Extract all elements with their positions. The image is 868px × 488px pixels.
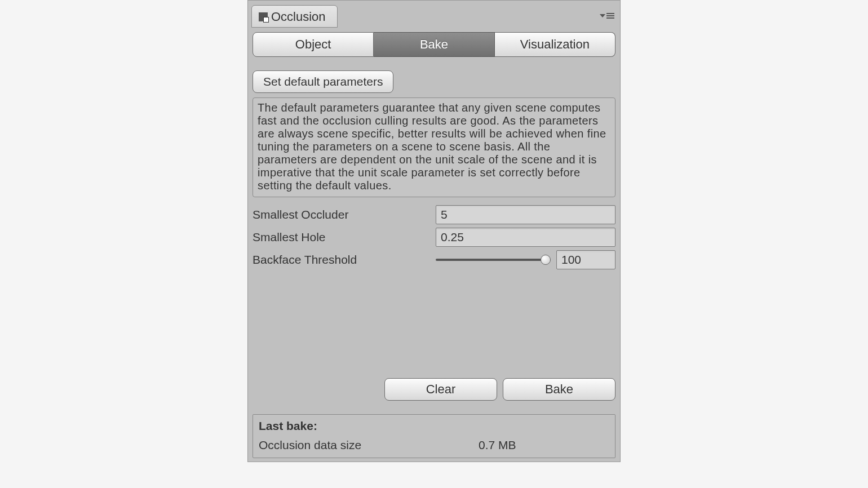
set-default-parameters-button[interactable]: Set default parameters xyxy=(253,70,393,93)
tab-object[interactable]: Object xyxy=(253,32,374,57)
occlusion-icon xyxy=(259,12,268,21)
bake-button[interactable]: Bake xyxy=(503,378,615,401)
panel-tab-strip: Occlusion xyxy=(248,1,620,28)
field-backface-threshold: Backface Threshold xyxy=(253,250,615,269)
last-bake-title: Last bake: xyxy=(259,419,609,433)
status-value: 0.7 MB xyxy=(479,438,516,452)
field-smallest-occluder: Smallest Occluder xyxy=(253,205,615,224)
panel-title: Occlusion xyxy=(271,10,326,24)
tab-bake[interactable]: Bake xyxy=(374,32,494,57)
action-row: Clear Bake xyxy=(253,378,615,401)
occlusion-panel: Occlusion Object Bake Visualization Set … xyxy=(247,0,621,462)
smallest-hole-label: Smallest Hole xyxy=(253,230,430,244)
panel-tab-occlusion[interactable]: Occlusion xyxy=(251,5,338,28)
last-bake-status: Last bake: Occlusion data size 0.7 MB xyxy=(253,414,615,458)
status-row: Occlusion data size 0.7 MB xyxy=(259,438,609,452)
smallest-occluder-label: Smallest Occluder xyxy=(253,208,430,221)
tab-visualization[interactable]: Visualization xyxy=(495,32,615,57)
panel-body: Object Bake Visualization Set default pa… xyxy=(248,28,620,462)
smallest-hole-input[interactable] xyxy=(436,228,615,247)
backface-threshold-input[interactable] xyxy=(556,250,615,269)
field-smallest-hole: Smallest Hole xyxy=(253,228,615,247)
slider-thumb-icon[interactable] xyxy=(541,255,551,265)
backface-threshold-slider[interactable] xyxy=(436,254,551,265)
clear-button[interactable]: Clear xyxy=(384,378,497,401)
mode-tabbar: Object Bake Visualization xyxy=(253,32,615,57)
smallest-occluder-input[interactable] xyxy=(436,205,615,224)
backface-threshold-label: Backface Threshold xyxy=(253,253,430,267)
status-key: Occlusion data size xyxy=(259,438,479,452)
help-text: The default parameters guarantee that an… xyxy=(253,97,615,197)
panel-context-menu-icon[interactable] xyxy=(600,13,614,19)
